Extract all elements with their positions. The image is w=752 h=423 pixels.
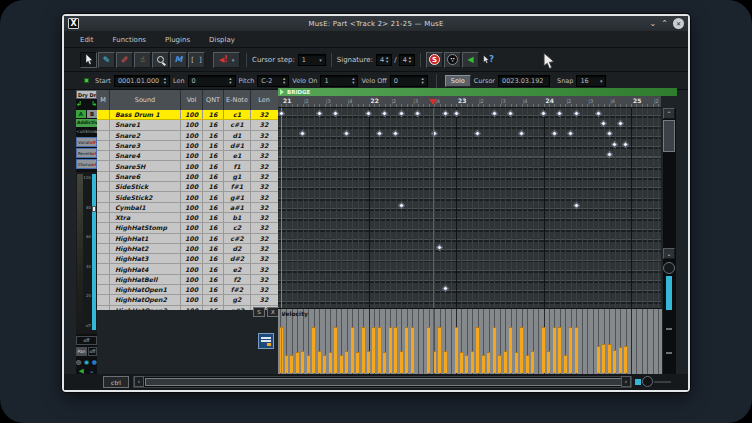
- whats-this-button[interactable]: ?: [480, 52, 497, 68]
- velocity-bar[interactable]: [400, 351, 403, 373]
- header-m[interactable]: M: [97, 90, 110, 110]
- velocity-bar[interactable]: [334, 327, 337, 373]
- bank-a-button[interactable]: A: [76, 110, 86, 118]
- velocity-bar[interactable]: [493, 327, 496, 373]
- drum-row-sidestick[interactable]: SideStick10016f#132: [97, 182, 278, 192]
- velocity-bar[interactable]: [515, 352, 518, 373]
- drum-row-highhat4[interactable]: HighHat410016e232: [97, 264, 278, 274]
- velocity-bar[interactable]: [301, 351, 304, 373]
- velocity-bar[interactable]: [520, 327, 523, 373]
- menu-item-functions[interactable]: Functions: [113, 36, 146, 44]
- drum-row-snare1[interactable]: Snare110016c#132: [97, 120, 278, 130]
- velocity-bar[interactable]: [575, 327, 578, 373]
- velocity-bar[interactable]: [619, 347, 622, 373]
- header-sound[interactable]: Sound: [110, 90, 181, 110]
- dot-icon[interactable]: ●: [92, 358, 97, 365]
- close-icon[interactable]: ✕: [673, 18, 684, 29]
- pitch-spinbox[interactable]: C-2 ▴▾: [257, 75, 289, 87]
- velocity-bar[interactable]: [597, 346, 600, 373]
- signature-division-spinbox[interactable]: 4 ▴▾: [399, 54, 415, 66]
- velocity-bar[interactable]: [378, 327, 381, 373]
- volume-value-box[interactable]: off: [76, 336, 97, 345]
- horizontal-scrollbar[interactable]: ‹ ›: [133, 376, 632, 388]
- drum-row-xtra[interactable]: Xtra10016b132: [97, 213, 278, 223]
- drum-row-highhatopen2[interactable]: HighHatOpen210016g232: [97, 295, 278, 305]
- header-qnt[interactable]: QNT: [203, 90, 224, 110]
- drum-row-sidestick2[interactable]: SideStick210016g#132: [97, 192, 278, 202]
- track-name-box[interactable]: Dry Drums2: [76, 90, 97, 99]
- velocity-bar[interactable]: [487, 352, 490, 373]
- velocity-bar[interactable]: [531, 351, 534, 373]
- volume-fader[interactable]: 10080604020off: [76, 172, 97, 334]
- velocity-bar[interactable]: [553, 327, 556, 373]
- vertical-zoom-knob[interactable]: [663, 262, 675, 274]
- drum-row-cymbal1[interactable]: Cymbal110016a#132: [97, 203, 278, 213]
- header-e-note[interactable]: E-Note: [224, 90, 251, 110]
- drum-row-highhatopen1[interactable]: HighHatOpen110016f#232: [97, 285, 278, 295]
- start-spinbox[interactable]: 0001.01.000 ▴▾: [114, 75, 170, 87]
- scroll-left-button[interactable]: ‹: [134, 376, 144, 387]
- marker-strip[interactable]: BRIDGE: [278, 88, 677, 96]
- velocity-bar[interactable]: [367, 351, 370, 373]
- header-vol[interactable]: Vol: [181, 90, 203, 110]
- velocity-bar[interactable]: [389, 327, 392, 373]
- velocity-bar[interactable]: [383, 352, 386, 373]
- velocity-bar[interactable]: [411, 327, 414, 373]
- drum-row-highhatstomp[interactable]: HighHatStomp10016c232: [97, 223, 278, 233]
- snap-select[interactable]: 16▾: [576, 75, 606, 87]
- drum-row-snare4[interactable]: Snare410016e132: [97, 151, 278, 161]
- velocity-panel[interactable]: Velocity: [278, 308, 662, 374]
- pointer-tool-button[interactable]: [80, 52, 97, 68]
- pan-tool-button[interactable]: ☝: [134, 52, 151, 68]
- velocity-bar[interactable]: [608, 344, 611, 373]
- velocity-bar[interactable]: [476, 327, 479, 373]
- horizontal-scrollbar-thumb[interactable]: [145, 378, 622, 386]
- title-bar[interactable]: X MusE: Part <Track 2> 21-25 — MusE ⌄ ⌃ …: [64, 16, 688, 31]
- velocity-bar[interactable]: [569, 327, 572, 373]
- zoom-tool-button[interactable]: [152, 52, 169, 68]
- step-record-button[interactable]: S: [426, 52, 443, 68]
- controller-variat[interactable]: Variatoff: [76, 137, 97, 147]
- midi-in-button[interactable]: ∵: [444, 52, 461, 68]
- draw-tool-button[interactable]: M: [170, 52, 187, 68]
- record-icon[interactable]: ◉: [84, 358, 89, 365]
- velocity-bar[interactable]: [318, 351, 321, 373]
- bank-b-button[interactable]: B: [87, 110, 97, 118]
- controller-select-icon[interactable]: [258, 333, 274, 349]
- velocity-bar[interactable]: [356, 352, 359, 373]
- velocity-bar[interactable]: [285, 355, 288, 373]
- velocity-bar[interactable]: [564, 355, 567, 373]
- velo-on-spinbox[interactable]: 1 ▴▾: [320, 75, 358, 87]
- velo-off-spinbox[interactable]: 0 ▴▾: [390, 75, 428, 87]
- velocity-bar[interactable]: [547, 351, 550, 373]
- velocity-bar[interactable]: [405, 327, 408, 373]
- velocity-bar[interactable]: [471, 351, 474, 373]
- solo-button[interactable]: Solo: [445, 75, 471, 87]
- velocity-bar[interactable]: [498, 355, 501, 373]
- velocity-bar[interactable]: [455, 327, 458, 373]
- velocity-bar[interactable]: [312, 327, 315, 373]
- splitter-s-button[interactable]: S: [253, 307, 265, 317]
- controller-reverb[interactable]: Reverboff: [76, 148, 97, 158]
- velocity-bar[interactable]: [290, 355, 293, 373]
- drum-row-bass-drum-1[interactable]: Bass Drum 110016c132: [97, 110, 278, 120]
- horizontal-zoom-knob[interactable]: [642, 376, 653, 387]
- patch-name[interactable]: Addictive D: [76, 119, 97, 127]
- signature-beats-spinbox[interactable]: 4 ▴▾: [376, 54, 392, 66]
- menu-item-edit[interactable]: Edit: [80, 36, 94, 44]
- velocity-bar[interactable]: [438, 327, 441, 373]
- velocity-bar[interactable]: [504, 351, 507, 373]
- velocity-bar[interactable]: [460, 352, 463, 373]
- velocity-bar[interactable]: [323, 355, 326, 373]
- drum-row-highhatopen3[interactable]: HighHatOpen310016g#232: [97, 306, 278, 310]
- ctrl-button[interactable]: ctrl: [103, 376, 129, 388]
- header-len[interactable]: Len: [251, 90, 277, 110]
- velocity-bar[interactable]: [558, 327, 561, 373]
- velocity-bar[interactable]: [372, 327, 375, 373]
- drum-row-highhat1[interactable]: HighHat110016c#232: [97, 234, 278, 244]
- velocity-bar[interactable]: [362, 327, 365, 373]
- drum-row-highhatbell[interactable]: HighHatBell10016f232: [97, 275, 278, 285]
- velocity-bar[interactable]: [526, 355, 529, 373]
- velocity-bar[interactable]: [307, 355, 310, 373]
- velocity-bar[interactable]: [542, 327, 545, 373]
